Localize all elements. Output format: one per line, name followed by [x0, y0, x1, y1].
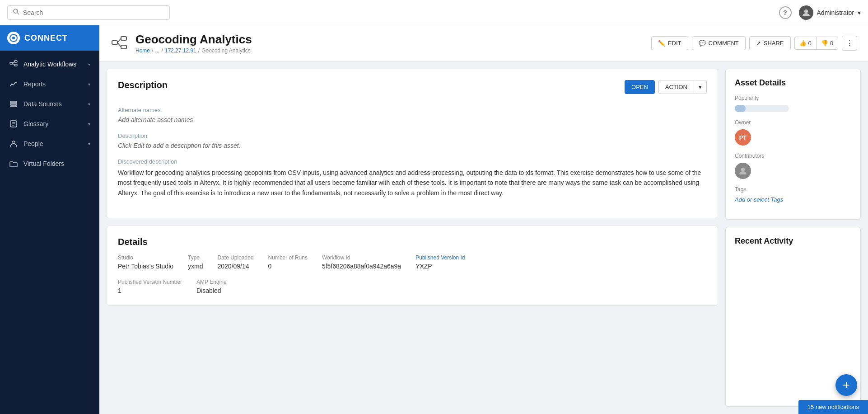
detail-date-uploaded: Date Uploaded 2020/09/14 [218, 254, 254, 270]
sidebar-nav: Analytic Workflows ▾ Reports ▾ [0, 51, 99, 177]
chevron-icon-workflows: ▾ [88, 62, 90, 67]
owner-field: Owner PT [735, 119, 851, 146]
discovered-text: Workflow for geocoding analytics process… [118, 168, 707, 198]
owner-label: Owner [735, 119, 851, 126]
svg-point-4 [12, 37, 15, 39]
description-card-actions: OPEN ACTION ▾ [625, 80, 707, 94]
svg-rect-10 [10, 101, 17, 103]
chevron-icon-people: ▾ [88, 141, 90, 146]
detail-published-version-id: Published Version Id YXZP [415, 254, 465, 270]
thumbs-up-button[interactable]: 👍 0 [794, 37, 816, 50]
breadcrumb-ellipsis[interactable]: ... [155, 47, 159, 54]
content-area: Geocoding Analytics Home / ... / 172.27.… [99, 25, 868, 414]
action-main-button[interactable]: ACTION [658, 80, 694, 94]
tags-input[interactable]: Add or select Tags [735, 196, 851, 203]
svg-line-22 [117, 42, 121, 47]
page-title: Geocoding Analytics [135, 33, 252, 47]
description-card-title: Description [118, 80, 168, 90]
svg-point-0 [14, 9, 18, 13]
detail-published-version-number: Published Version Number 1 [118, 279, 182, 294]
popularity-label: Popularity [735, 95, 851, 101]
open-button[interactable]: OPEN [625, 80, 655, 94]
breadcrumb-home[interactable]: Home [135, 47, 150, 54]
detail-workflow-id: Workflow Id 5f5f68206a88af0a942a6a9a [322, 254, 401, 270]
right-panel: Asset Details Popularity Owner PT Contri… [725, 69, 861, 407]
contributor-avatar[interactable] [735, 163, 751, 179]
discovered-section: Discovered description Workflow for geoc… [118, 158, 707, 198]
help-icon[interactable]: ? [779, 6, 792, 19]
search-box[interactable] [7, 5, 170, 20]
glossary-icon [9, 119, 18, 128]
topbar: ? Administrator ▾ [0, 0, 868, 25]
description-card-header: Description OPEN ACTION ▾ [118, 80, 707, 98]
page-workflow-icon [110, 34, 128, 52]
chevron-icon-glossary: ▾ [88, 122, 90, 127]
share-button[interactable]: ↗ SHARE [749, 36, 791, 50]
fab-button[interactable]: + [835, 374, 857, 396]
description-card: Description OPEN ACTION ▾ Alternate name… [107, 69, 718, 218]
notification-bar[interactable]: 15 new notifications [798, 400, 868, 414]
asset-details-title: Asset Details [735, 78, 851, 88]
sidebar-item-glossary[interactable]: Glossary ▾ [0, 114, 99, 134]
details-row-2-inner: Published Version Number 1 AMP Engine Di… [118, 279, 707, 294]
tags-label: Tags [735, 186, 851, 193]
vote-buttons: 👍 0 👎 0 [794, 37, 838, 50]
action-dropdown-button[interactable]: ▾ [694, 80, 707, 94]
comment-icon: 💬 [699, 40, 706, 47]
thumbs-down-icon: 👎 [821, 40, 828, 47]
sidebar-item-reports[interactable]: Reports ▾ [0, 74, 99, 94]
chevron-icon-reports: ▾ [88, 82, 90, 87]
sidebar-label-data-sources: Data Sources [23, 100, 83, 108]
breadcrumb-ip[interactable]: 172.27.12.91 [165, 47, 196, 54]
recent-activity-title: Recent Activity [735, 236, 851, 246]
topbar-left [7, 5, 779, 20]
search-input[interactable] [23, 9, 164, 16]
detail-amp-engine: AMP Engine Disabled [196, 279, 227, 294]
breadcrumb-sep2: / [161, 47, 163, 54]
alternate-names-section: Alternate names Add alternate asset name… [118, 107, 707, 123]
svg-line-21 [117, 38, 121, 42]
edit-button[interactable]: ✏️ EDIT [651, 36, 688, 50]
breadcrumb: Home / ... / 172.27.12.91 / Geocoding An… [135, 47, 252, 54]
asset-details-card: Asset Details Popularity Owner PT Contri… [725, 69, 861, 220]
description-label: Description [118, 132, 707, 139]
breadcrumb-sep3: / [198, 47, 200, 54]
thumbs-down-button[interactable]: 👎 0 [816, 37, 838, 50]
folders-icon [9, 159, 18, 168]
page-actions: ✏️ EDIT 💬 COMMENT ↗ SHARE 👍 0 [651, 36, 857, 51]
page-header: Geocoding Analytics Home / ... / 172.27.… [99, 25, 868, 61]
topbar-right: ? Administrator ▾ [779, 5, 861, 20]
thumbs-up-icon: 👍 [799, 40, 807, 47]
user-name: Administrator [817, 9, 854, 16]
svg-rect-6 [14, 61, 17, 62]
details-card: Details Studio Petr Tobias's Studio Type… [107, 226, 718, 306]
user-menu[interactable]: Administrator ▾ [799, 5, 861, 20]
svg-rect-5 [10, 62, 13, 64]
main-layout: CONNECT Analytic Workflows ▾ [0, 25, 868, 414]
page-header-left: Geocoding Analytics Home / ... / 172.27.… [110, 33, 252, 54]
sidebar-item-analytic-workflows[interactable]: Analytic Workflows ▾ [0, 54, 99, 74]
svg-rect-12 [10, 106, 17, 107]
alternate-names-value: Add alternate asset names [118, 116, 707, 123]
page-title-block: Geocoding Analytics Home / ... / 172.27.… [135, 33, 252, 54]
sidebar-label-analytic-workflows: Analytic Workflows [23, 61, 83, 68]
details-card-title: Details [118, 237, 707, 247]
contributors-label: Contributors [735, 153, 851, 159]
svg-rect-20 [121, 45, 126, 49]
edit-icon: ✏️ [658, 40, 665, 47]
breadcrumb-sep1: / [152, 47, 153, 54]
more-options-button[interactable]: ⋮ [842, 36, 857, 51]
people-icon [9, 139, 18, 148]
sidebar-label-people: People [23, 140, 83, 147]
svg-rect-19 [121, 37, 126, 40]
sidebar-item-virtual-folders[interactable]: Virtual Folders [0, 154, 99, 174]
avatar [799, 5, 813, 20]
comment-button[interactable]: 💬 COMMENT [692, 36, 746, 50]
owner-avatar[interactable]: PT [735, 129, 751, 146]
svg-rect-11 [10, 104, 17, 105]
sidebar-item-people[interactable]: People ▾ [0, 134, 99, 154]
chevron-icon-datasources: ▾ [88, 102, 90, 107]
detail-studio: Studio Petr Tobias's Studio [118, 254, 173, 270]
sidebar-item-data-sources[interactable]: Data Sources ▾ [0, 94, 99, 114]
main-panel: Description OPEN ACTION ▾ Alternate name… [107, 69, 718, 407]
